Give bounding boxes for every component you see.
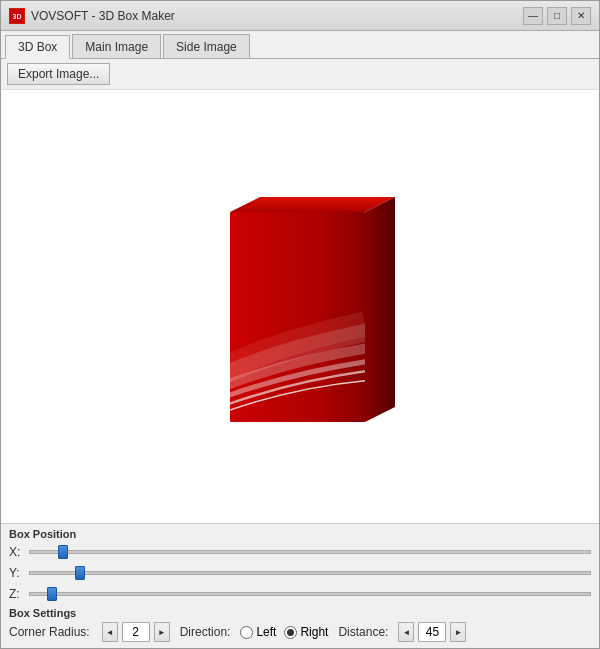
3d-box-preview bbox=[210, 192, 390, 422]
z-slider[interactable] bbox=[29, 592, 591, 596]
z-label: Z: bbox=[9, 587, 29, 601]
bottom-panel: Box Position X: Y: Z: Box Settings C bbox=[1, 523, 599, 648]
canvas-area bbox=[1, 90, 599, 523]
z-slider-row: Z: bbox=[9, 585, 591, 603]
title-bar-left: 3D VOVSOFT - 3D Box Maker bbox=[9, 8, 175, 24]
tab-bar: 3D Box Main Image Side Image bbox=[1, 31, 599, 59]
toolbar: Export Image... bbox=[1, 59, 599, 90]
distance-group: ◄ 45 ► bbox=[398, 622, 466, 642]
direction-radio-group: Left Right bbox=[240, 625, 328, 639]
app-icon: 3D bbox=[9, 8, 25, 24]
main-window: 3D VOVSOFT - 3D Box Maker — □ ✕ 3D Box M… bbox=[0, 0, 600, 649]
direction-left-label: Left bbox=[256, 625, 276, 639]
direction-right-radio[interactable] bbox=[284, 626, 297, 639]
box-svg bbox=[210, 192, 410, 442]
window-title: VOVSOFT - 3D Box Maker bbox=[31, 9, 175, 23]
z-slider-thumb[interactable] bbox=[47, 587, 57, 601]
corner-radius-decrement[interactable]: ◄ bbox=[102, 622, 118, 642]
y-slider-row: Y: bbox=[9, 564, 591, 582]
svg-text:3D: 3D bbox=[13, 13, 22, 20]
tab-main-image[interactable]: Main Image bbox=[72, 34, 161, 58]
svg-marker-5 bbox=[365, 197, 395, 422]
y-slider-thumb[interactable] bbox=[75, 566, 85, 580]
corner-radius-label: Corner Radius: bbox=[9, 625, 90, 639]
corner-radius-group: ◄ 2 ► bbox=[102, 622, 170, 642]
distance-label: Distance: bbox=[338, 625, 388, 639]
tab-3d-box[interactable]: 3D Box bbox=[5, 35, 70, 59]
direction-right-option[interactable]: Right bbox=[284, 625, 328, 639]
settings-row: Corner Radius: ◄ 2 ► Direction: Left Rig… bbox=[9, 622, 591, 642]
tab-side-image[interactable]: Side Image bbox=[163, 34, 250, 58]
corner-radius-value: 2 bbox=[122, 622, 150, 642]
box-position-label: Box Position bbox=[9, 528, 591, 540]
distance-increment[interactable]: ► bbox=[450, 622, 466, 642]
box-settings-label: Box Settings bbox=[9, 607, 591, 619]
x-slider[interactable] bbox=[29, 550, 591, 554]
maximize-button[interactable]: □ bbox=[547, 7, 567, 25]
direction-left-radio[interactable] bbox=[240, 626, 253, 639]
minimize-button[interactable]: — bbox=[523, 7, 543, 25]
y-slider[interactable] bbox=[29, 571, 591, 575]
y-label: Y: bbox=[9, 566, 29, 580]
distance-value: 45 bbox=[418, 622, 446, 642]
corner-radius-increment[interactable]: ► bbox=[154, 622, 170, 642]
x-slider-row: X: bbox=[9, 543, 591, 561]
close-button[interactable]: ✕ bbox=[571, 7, 591, 25]
title-controls: — □ ✕ bbox=[523, 7, 591, 25]
title-bar: 3D VOVSOFT - 3D Box Maker — □ ✕ bbox=[1, 1, 599, 31]
x-slider-thumb[interactable] bbox=[58, 545, 68, 559]
distance-decrement[interactable]: ◄ bbox=[398, 622, 414, 642]
direction-right-label: Right bbox=[300, 625, 328, 639]
direction-left-option[interactable]: Left bbox=[240, 625, 276, 639]
direction-label: Direction: bbox=[180, 625, 231, 639]
x-label: X: bbox=[9, 545, 29, 559]
export-button[interactable]: Export Image... bbox=[7, 63, 110, 85]
